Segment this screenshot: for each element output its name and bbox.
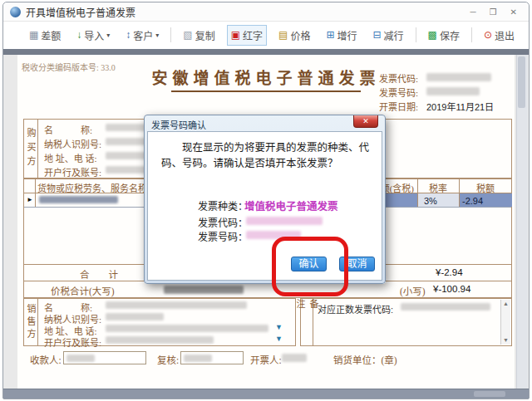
invoice-number-label: 发票号码: — [379, 86, 418, 99]
tax-rate-value: 3% — [424, 196, 437, 206]
seller-bank-label: 开户行及账号: — [44, 335, 101, 349]
redacted-seller-address[interactable] — [106, 325, 268, 332]
redacted-seller-name[interactable] — [106, 301, 247, 309]
invoice-date-label: 开票日期: — [379, 100, 418, 113]
reviewer-label: 复核: — [157, 353, 179, 366]
buyer-side-text: 购买方 — [24, 128, 37, 170]
redacted-seller-bank[interactable] — [106, 336, 214, 344]
redacted-dialog-invoice-code — [246, 217, 323, 225]
invoice-title-underline — [171, 90, 361, 92]
remark-scrollbar[interactable]: ▲ ▼ — [500, 300, 510, 345]
toolbar-separator — [471, 27, 472, 42]
power-icon: ⊙ — [484, 30, 492, 40]
grand-total-words-label: 价税合计(大写) — [51, 284, 115, 297]
toolbar-button-exit[interactable]: ⊙ 退出 — [480, 25, 519, 46]
remove-row-icon: ⊟ — [372, 30, 381, 40]
seller-side-label: 销售方 — [24, 299, 38, 345]
vertical-scrollbar-thumb[interactable] — [518, 56, 525, 108]
positive-invoice-code-label: 对应正数发票代码: — [318, 302, 393, 315]
redacted-positive-invoice-code[interactable] — [401, 303, 490, 311]
grand-total-row: 价税合计(大写) (小写) ¥-100.94 — [23, 281, 512, 298]
invoice-date-value: 2019年11月21日 — [426, 100, 494, 113]
total-tax-value: ¥-2.94 — [436, 267, 463, 277]
customer-icon: ↕ — [126, 30, 131, 40]
toolbar-button-remove-row[interactable]: ⊟ 减行 — [368, 25, 407, 46]
toolbar-button-import[interactable]: ↓ 导入 ▾ — [72, 25, 114, 46]
toolbar-label: 价格 — [290, 28, 310, 42]
copy-icon: ▧ — [183, 30, 192, 40]
title-bar: 开具增值税电子普通发票 ─ ❒ ✕ — [3, 2, 529, 22]
save-icon: ▩ — [428, 30, 437, 40]
toolbar-label: 复制 — [195, 28, 215, 42]
row-indicator-icon: ► — [27, 196, 33, 203]
toolbar-separator — [170, 27, 171, 42]
horizontal-scrollbar[interactable] — [3, 389, 529, 399]
toolbar-button-save[interactable]: ▩ 保存 — [424, 25, 464, 46]
redacted-seller-taxid[interactable] — [106, 313, 164, 320]
red-annotation-circle — [272, 237, 348, 296]
invoice-code-label: 发票代码: — [379, 71, 418, 85]
invoice-number-confirm-dialog: 发票号码确认 ✕ 现在显示的为将要开具的发票的种类、代码、号码。请确认是否填开本… — [144, 115, 386, 284]
close-icon[interactable]: ✕ — [510, 7, 517, 17]
maximize-icon[interactable]: ❒ — [490, 7, 497, 17]
redacted-invoice-code — [426, 73, 491, 81]
dialog-invoice-code-label: 发票代码： — [198, 215, 248, 229]
panel-top-edge — [3, 49, 529, 55]
total-label: 合 计 — [62, 267, 136, 281]
column-header-tax-rate: 税率 — [417, 181, 459, 194]
toolbar-label: 增行 — [337, 28, 357, 42]
dropdown-arrow-icon[interactable]: ▼ — [275, 335, 283, 343]
figures-label: (小写) — [400, 284, 426, 297]
buyer-name-label: 名 称: — [44, 123, 92, 136]
dialog-title: 发票号码确认 — [151, 118, 206, 131]
column-header-name: 货物或应税劳务、服务名称 — [35, 181, 150, 194]
redacted-item-name — [39, 196, 118, 203]
chevron-down-icon[interactable]: ▾ — [106, 32, 110, 39]
scroll-up-icon[interactable]: ▲ — [502, 301, 510, 307]
reviewer-input[interactable] — [180, 351, 244, 364]
toolbar-label: 退出 — [495, 28, 515, 42]
toolbar-button-copy[interactable]: ▧ 复制 — [179, 25, 219, 46]
window-controls: ─ ❒ ✕ — [470, 7, 522, 17]
toolbar-label: 差额 — [41, 28, 61, 42]
remark-side-label: 备注 — [301, 299, 313, 345]
dialog-close-icon[interactable]: ✕ — [353, 115, 378, 128]
horizontal-scrollbar-thumb[interactable] — [474, 391, 505, 397]
toolbar-button-customer[interactable]: ↕ 客户 ▾ — [121, 25, 163, 46]
tax-amount-value: -2.94 — [462, 196, 483, 206]
window-title: 开具增值税电子普通发票 — [26, 5, 135, 19]
redacted-drawer — [282, 354, 307, 362]
toolbar-button-add-row[interactable]: ⊞ 增行 — [322, 25, 361, 46]
redacted-reviewer — [184, 355, 212, 362]
toolbar-button-red-letter[interactable]: ▣ 红字 — [227, 25, 267, 46]
buyer-bank-label: 开户行及账号: — [44, 165, 101, 178]
price-icon: ▤ — [278, 30, 288, 40]
remark-side-text: 备注 — [293, 299, 320, 345]
grand-total-figures-value: ¥-100.94 — [433, 284, 470, 294]
vertical-scrollbar[interactable] — [516, 55, 528, 389]
toolbar-button-difference[interactable]: ▦ 差额 — [25, 25, 65, 46]
remark-section: 备注 对应正数发票代码: ▲ ▼ — [300, 298, 512, 346]
payee-input[interactable] — [63, 351, 146, 364]
toolbar-label: 客户 — [133, 28, 153, 42]
toolbar-label: 减行 — [384, 28, 404, 42]
payee-label: 收款人: — [30, 353, 62, 366]
seller-side-text: 销售方 — [24, 304, 37, 341]
minimize-icon[interactable]: ─ — [470, 7, 476, 17]
import-icon: ↓ — [76, 30, 81, 40]
seller-section: 销售方 名 称: 纳税人识别号: 地 址、电 话: 开户行及账号: ▼ ▼ — [23, 298, 296, 346]
buyer-address-label: 地 址、电 话: — [44, 151, 97, 164]
red-letter-icon: ▣ — [231, 30, 240, 40]
add-row-icon: ⊞ — [326, 30, 334, 40]
invoice-type-label: 发票种类： — [198, 198, 248, 213]
seller-seal-label: 销货单位：(章) — [333, 353, 397, 366]
redacted-amount-in-words — [164, 286, 244, 294]
chevron-down-icon[interactable]: ▾ — [155, 32, 159, 39]
toolbar-label: 红字 — [243, 28, 263, 42]
invoice-type-value: 增值税电子普通发票 — [244, 198, 338, 213]
toolbar-button-price[interactable]: ▤ 价格 — [274, 25, 314, 46]
scroll-down-icon[interactable]: ▼ — [502, 337, 510, 344]
dropdown-arrow-icon[interactable]: ▼ — [275, 323, 283, 331]
toolbar-label: 导入 — [84, 28, 104, 42]
dialog-message: 现在显示的为将要开具的发票的种类、代码、号码。请确认是否填开本张发票？ — [161, 140, 370, 173]
